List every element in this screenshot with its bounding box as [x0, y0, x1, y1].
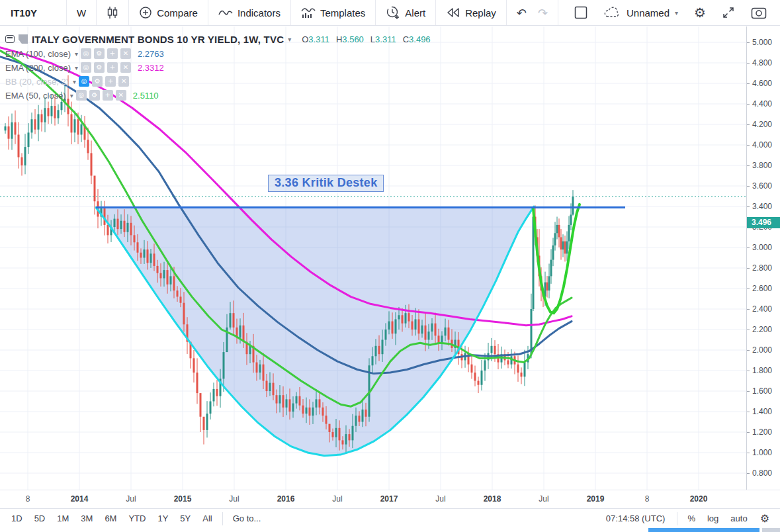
price-axis-label: 1.200	[747, 427, 780, 437]
price-axis-label: 4.200	[747, 120, 780, 129]
camera-icon	[751, 6, 767, 19]
fullscreen-button[interactable]	[715, 0, 742, 25]
compare-plus-icon	[139, 6, 152, 19]
range-button-1d[interactable]: 1D	[5, 510, 28, 528]
indicator-settings-button[interactable]: ⚙	[89, 90, 100, 101]
time-axis-label: 2015	[168, 494, 197, 504]
indicators-wave-icon	[218, 7, 233, 18]
range-button-3m[interactable]: 3M	[75, 510, 99, 528]
auto-scale-button[interactable]: auto	[724, 510, 753, 528]
gear-icon[interactable]: ⚙	[754, 512, 780, 525]
add-indicator-button[interactable]: +	[107, 48, 118, 59]
indicator-legend-row: EMA (50, close)▾◎⚙+✕2.5110	[5, 89, 431, 102]
time-axis[interactable]: 82014Jul2015Jul2016Jul2017Jul2018Jul2019…	[0, 490, 780, 508]
indicator-settings-button[interactable]: ⚙	[92, 76, 103, 87]
snapshot-button[interactable]	[744, 0, 773, 25]
hide-indicator-button[interactable]: ◎	[76, 90, 87, 101]
percent-scale-button[interactable]: %	[681, 510, 701, 528]
hide-indicator-button[interactable]: ◎	[79, 76, 89, 87]
indicator-settings-button[interactable]: ⚙	[94, 62, 105, 73]
hide-indicator-button[interactable]: ◎	[81, 48, 91, 59]
symbol-title[interactable]: ITALY GOVERNMENT BONDS 10 YR YIELD, 1W, …	[32, 34, 284, 45]
time-axis-label: Jul	[426, 494, 455, 504]
remove-indicator-button[interactable]: ✕	[120, 62, 131, 73]
range-button-5y[interactable]: 5Y	[174, 510, 196, 528]
price-axis-label: 2.600	[747, 284, 780, 293]
indicator-name[interactable]: BB (20, close, 2)	[5, 77, 69, 87]
remove-indicator-button[interactable]: ✕	[118, 76, 129, 87]
alert-button[interactable]: Alert	[376, 0, 435, 25]
last-price-tag: 3.496	[747, 217, 780, 228]
tradingview-app: IT10Y W Compare	[0, 0, 780, 532]
templates-icon	[301, 7, 316, 19]
price-axis-label: 4.800	[747, 58, 780, 67]
goto-button[interactable]: Go to...	[227, 510, 267, 528]
indicators-label: Indicators	[238, 7, 281, 19]
layout-name-label: Unnamed	[627, 7, 670, 19]
time-axis-label: Jul	[323, 494, 352, 504]
replay-button[interactable]: Replay	[436, 0, 506, 25]
toolbar-separator	[222, 512, 223, 525]
candlestick-chart-icon	[107, 6, 118, 19]
time-axis-label: 2014	[65, 494, 94, 504]
price-axis-label: 3.000	[747, 243, 780, 252]
price-axis-label: 2.000	[747, 345, 780, 355]
range-button-5d[interactable]: 5D	[28, 510, 52, 528]
toolbar-separator	[558, 0, 558, 25]
indicator-name[interactable]: EMA (50, close)	[5, 91, 66, 101]
ohlc-letter: L	[370, 34, 375, 44]
indicator-legend-row: EMA (200, close)▾◎⚙+✕2.3312	[5, 61, 431, 74]
redo-button[interactable]: ↷	[537, 0, 558, 25]
legend-collapse-icon[interactable]	[5, 35, 15, 43]
chevron-down-icon[interactable]: ▾	[73, 78, 76, 85]
chevron-down-icon[interactable]: ▾	[70, 92, 73, 99]
horizontal-scrollbar	[0, 528, 780, 532]
ohlc-values: O3.311H3.560L3.311C3.496	[302, 34, 430, 44]
indicator-name[interactable]: EMA (100, close)	[5, 49, 71, 59]
ohlc-value: 3.311	[375, 34, 396, 44]
add-indicator-button[interactable]: +	[107, 62, 118, 73]
cloud-save-button[interactable]: Unnamed ▾	[597, 0, 685, 25]
chevron-down-icon[interactable]: ▾	[288, 36, 291, 43]
hide-indicator-button[interactable]: ◎	[81, 62, 91, 73]
range-button-all[interactable]: All	[196, 510, 218, 528]
add-indicator-button[interactable]: +	[103, 90, 113, 101]
time-axis-label: Jul	[220, 494, 249, 504]
remove-indicator-button[interactable]: ✕	[116, 90, 126, 101]
price-axis-label: 2.800	[747, 263, 780, 273]
scrollbar-track-end[interactable]	[762, 528, 780, 532]
chevron-down-icon[interactable]: ▾	[75, 64, 78, 71]
range-button-1m[interactable]: 1M	[51, 510, 75, 528]
ohlc-value: 3.560	[342, 34, 364, 44]
range-button-ytd[interactable]: YTD	[122, 510, 152, 528]
ohlc-letter: O	[302, 34, 308, 44]
chart-legend: ITALY GOVERNMENT BONDS 10 YR YIELD, 1W, …	[5, 32, 431, 102]
range-button-6m[interactable]: 6M	[99, 510, 122, 528]
chevron-down-icon[interactable]: ▾	[75, 50, 78, 58]
templates-button[interactable]: Templates	[291, 0, 375, 25]
indicators-button[interactable]: Indicators	[208, 0, 290, 25]
alert-clock-icon	[386, 5, 400, 20]
chart-type-button[interactable]	[97, 0, 128, 25]
support-annotation[interactable]: 3.36 Kritik Destek	[268, 175, 384, 192]
chart-area: ITALY GOVERNMENT BONDS 10 YR YIELD, 1W, …	[0, 26, 780, 490]
add-indicator-button[interactable]: +	[105, 76, 116, 87]
indicator-name[interactable]: EMA (200, close)	[5, 63, 71, 73]
undo-button[interactable]: ↶	[507, 0, 537, 25]
layout-button[interactable]	[567, 0, 595, 25]
range-button-1y[interactable]: 1Y	[152, 510, 174, 528]
indicator-legend-row: BB (20, close, 2)▾◎⚙+✕	[5, 75, 431, 88]
chart-properties-button[interactable]: ⚙	[687, 0, 713, 25]
clock-label[interactable]: 07:14:58 (UTC)	[598, 513, 673, 523]
price-axis-label: 1.600	[747, 386, 780, 396]
top-toolbar: IT10Y W Compare	[0, 0, 780, 26]
remove-indicator-button[interactable]: ✕	[120, 48, 131, 59]
price-axis[interactable]: 5.0004.8004.6004.4004.2004.0003.8003.600…	[746, 26, 780, 490]
interval-button[interactable]: W	[67, 0, 96, 25]
indicator-settings-button[interactable]: ⚙	[94, 48, 105, 59]
scrollbar-thumb[interactable]	[648, 528, 759, 532]
compare-button[interactable]: Compare	[129, 0, 208, 25]
symbol-button[interactable]: IT10Y	[0, 0, 66, 25]
indicator-value: 2.5110	[133, 91, 159, 101]
log-scale-button[interactable]: log	[701, 510, 724, 528]
